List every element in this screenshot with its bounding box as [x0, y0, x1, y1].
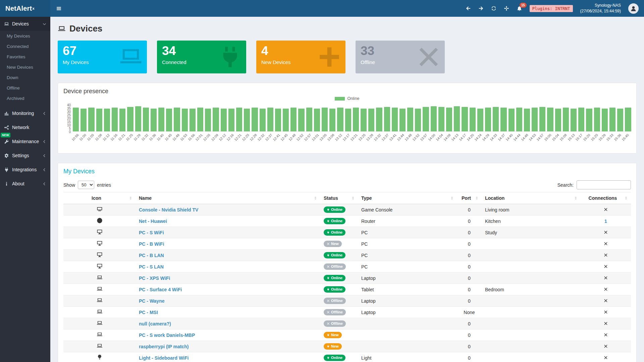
column-header-status[interactable]: Status	[320, 192, 358, 204]
sidebar-subitem-new-devices[interactable]: New Devices	[0, 62, 50, 72]
sidebar-subitem-my-devices[interactable]: My Devices	[0, 31, 50, 41]
delete-connection-icon[interactable]	[604, 242, 608, 246]
sidebar-item-network[interactable]: Network	[0, 120, 50, 134]
device-name-link[interactable]: PC - Wayne	[139, 298, 165, 304]
nav-back-button[interactable]	[466, 6, 471, 11]
sidebar-item-about[interactable]: About	[0, 177, 50, 191]
device-name-link[interactable]: PC - S WiFi	[139, 230, 164, 235]
network-icon	[4, 125, 9, 130]
page-size-select[interactable]: 50	[78, 181, 94, 189]
notifications-button[interactable]: 15	[517, 6, 522, 11]
entries-label: entries	[97, 182, 111, 188]
sidebar-item-settings[interactable]: Settings	[0, 148, 50, 163]
device-name-link[interactable]: null (camera?)	[139, 321, 171, 326]
device-name-link[interactable]: PC - S LAN	[139, 264, 164, 269]
device-name-link[interactable]: PC - Surface 4 WiFi	[139, 287, 182, 292]
chart-legend[interactable]: Online	[63, 96, 631, 101]
chevron-left-icon	[43, 112, 46, 115]
nav-forward-button[interactable]	[478, 6, 484, 11]
delete-connection-icon[interactable]	[604, 230, 608, 234]
chart-bar	[119, 109, 125, 131]
plugins-status-badge[interactable]: Plugins: INTRNT	[530, 5, 573, 12]
chart-bar	[617, 109, 623, 131]
device-status-cell: Online	[320, 216, 358, 227]
stat-card-my-devices[interactable]: 67My Devices	[58, 41, 147, 73]
delete-connection-icon[interactable]	[604, 299, 608, 303]
delete-connection-icon[interactable]	[604, 253, 608, 257]
sidebar-submenu-devices: My DevicesConnectedFavoritesNew DevicesD…	[0, 31, 50, 106]
table-row: PC - Surface 4 WiFiOnlineTablet0Bedroom	[63, 284, 631, 295]
chart-bar	[555, 109, 561, 131]
delete-connection-icon[interactable]	[604, 321, 608, 325]
wrench-icon	[4, 139, 9, 144]
sidebar-toggle-button[interactable]	[50, 0, 67, 17]
column-header-location[interactable]: Location	[482, 192, 581, 204]
status-badge-label: Offline	[331, 299, 343, 303]
column-header-port[interactable]: Port	[457, 192, 482, 204]
chart-bar	[508, 109, 515, 131]
sidebar-subitem-archived[interactable]: Archived	[0, 93, 50, 104]
stat-card-offline[interactable]: 33Offline	[356, 41, 445, 73]
brand[interactable]: NetAlertx	[0, 0, 50, 17]
device-name-link[interactable]: raspberrypi (IP match)	[139, 344, 189, 349]
avatar[interactable]	[628, 3, 639, 14]
sidebar-item-devices[interactable]: Devices	[0, 17, 50, 31]
connections-count-link[interactable]: 1	[604, 219, 607, 224]
column-header-name[interactable]: Name	[136, 192, 320, 204]
stat-card-connected[interactable]: 34Connected	[157, 41, 246, 73]
device-icon-cell	[63, 250, 136, 261]
sidebar-subitem-offline[interactable]: Offline	[0, 83, 50, 93]
chart-bar	[376, 108, 382, 131]
sort-icon	[574, 196, 578, 200]
device-name-cell: Net - Huawei	[136, 216, 320, 227]
move-button[interactable]	[504, 6, 509, 11]
chart-bar	[104, 109, 110, 131]
device-name-link[interactable]: PC - XPS WiFi	[139, 276, 170, 281]
device-connections-cell	[581, 329, 631, 341]
device-connections-cell	[581, 341, 631, 352]
sidebar-item-monitoring[interactable]: Monitoring	[0, 106, 50, 120]
arrow-left-icon	[466, 6, 471, 11]
delete-connection-icon[interactable]	[604, 264, 608, 268]
gear-icon	[4, 153, 9, 158]
topbar-actions: 15 Plugins: INTRNT Synology-NAS (27/06/2…	[466, 0, 644, 17]
chart-bar	[337, 108, 343, 131]
delete-connection-icon[interactable]	[604, 356, 608, 360]
delete-connection-icon[interactable]	[604, 310, 608, 314]
stat-card-new-devices[interactable]: 4New Devices	[256, 41, 345, 73]
delete-connection-icon[interactable]	[604, 276, 608, 280]
sidebar-subitem-favorites[interactable]: Favorites	[0, 52, 50, 62]
device-port: 0	[457, 284, 482, 295]
chart-x-axis: 10:5611:0011:0511:0811:1211:1611:2111:25…	[73, 132, 631, 148]
device-name-link[interactable]: PC - B LAN	[139, 253, 164, 258]
sidebar-subitem-connected[interactable]: Connected	[0, 41, 50, 52]
sidebar-item-maintenance[interactable]: MaintenanceNEW	[0, 134, 50, 148]
device-name-link[interactable]: Console - Nvidia Shield TV	[139, 207, 198, 213]
column-header-type[interactable]: Type	[358, 192, 457, 204]
sidebar-item-integrations[interactable]: Integrations	[0, 163, 50, 177]
status-badge-online: Online	[324, 252, 345, 258]
column-header-icon[interactable]: Icon	[63, 192, 136, 204]
chart-bar	[547, 108, 553, 131]
device-name-link[interactable]: PC - MSI	[139, 310, 158, 315]
delete-connection-icon[interactable]	[604, 287, 608, 291]
search-input[interactable]	[577, 180, 631, 189]
chart-bar	[470, 108, 476, 131]
sidebar-subitem-down[interactable]: Down	[0, 72, 50, 83]
status-badge-online: Online	[324, 286, 345, 293]
delete-connection-icon[interactable]	[604, 207, 608, 212]
chart-bar	[314, 109, 320, 131]
delete-connection-icon[interactable]	[604, 344, 608, 348]
chart-bar	[329, 109, 335, 131]
chart-bar	[392, 108, 398, 131]
delete-connection-icon[interactable]	[604, 333, 608, 337]
device-name-link[interactable]: PC - B WiFi	[139, 241, 164, 247]
device-name-link[interactable]: PC - S work Daniels-MBP	[139, 333, 195, 338]
device-location	[482, 329, 581, 341]
refresh-button[interactable]	[491, 6, 496, 11]
device-status-cell: Online	[320, 250, 358, 261]
status-badge-online: Online	[324, 275, 345, 281]
column-header-connections[interactable]: Connections	[581, 192, 631, 204]
device-name-link[interactable]: Net - Huawei	[139, 219, 167, 224]
device-name-link[interactable]: Light - Sideboard WiFi	[139, 355, 189, 361]
